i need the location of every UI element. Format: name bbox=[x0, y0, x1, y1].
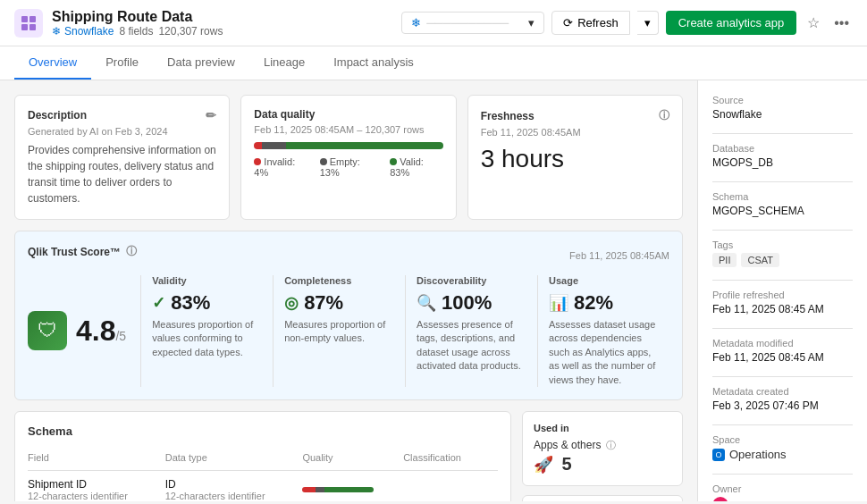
quality-legend: Invalid: 4% Empty: 13% Valid: 83% bbox=[254, 156, 442, 178]
tab-impact-analysis[interactable]: Impact analysis bbox=[319, 46, 428, 80]
trust-score-header: Qlik Trust Score™ ⓘ bbox=[28, 244, 137, 259]
sidebar-owner: Owner AT Alice Tomas bbox=[712, 483, 853, 501]
svg-rect-0 bbox=[21, 16, 28, 22]
trust-score-body: 🛡 4.8/5 Validity ✓ 83% Measures proporti… bbox=[28, 275, 669, 387]
header-right: ❄ ────────── ▾ ⟳ Refresh ▾ Create analyt… bbox=[401, 11, 853, 35]
owner-value: AT Alice Tomas bbox=[712, 497, 853, 501]
tab-profile[interactable]: Profile bbox=[91, 46, 153, 80]
view-activity-card: View activity Last 28 days Visitors 👥 12 bbox=[522, 495, 683, 501]
field-type-cell: ID 12-characters identifier bbox=[165, 470, 303, 501]
quality-bar bbox=[254, 142, 442, 149]
sidebar-space: Space O Operations bbox=[712, 434, 853, 461]
space-value: O Operations bbox=[712, 448, 853, 461]
app-icon bbox=[14, 9, 43, 38]
quality-card-title: Data quality bbox=[254, 108, 442, 121]
metric-usage: Usage 📊 82% Assesses dataset usage acros… bbox=[537, 275, 669, 387]
snowflake-small-icon: ❄ bbox=[411, 16, 421, 29]
create-analytics-button[interactable]: Create analytics app bbox=[666, 11, 797, 35]
trust-score-date: Feb 11, 2025 08:45AM bbox=[569, 250, 669, 261]
trust-score-value: 4.8/5 bbox=[76, 315, 126, 348]
page-subtitle: ❄ Snowflake 8 fields 120,307 rows bbox=[52, 25, 223, 38]
svg-rect-3 bbox=[29, 24, 36, 30]
schema-card: Schema Field Data type Quality Classific… bbox=[14, 411, 511, 501]
app-header: Shipping Route Data ❄ Snowflake 8 fields… bbox=[0, 0, 867, 46]
schema-title: Schema bbox=[28, 424, 498, 438]
shield-icon: 🛡 bbox=[28, 311, 67, 350]
trust-info-icon: ⓘ bbox=[126, 244, 137, 259]
apps-others-row: Apps & others ⓘ bbox=[534, 439, 671, 452]
data-quality-card: Data quality Feb 11, 2025 08:45AM – 120,… bbox=[240, 95, 456, 220]
more-menu-button[interactable]: ••• bbox=[830, 12, 853, 35]
bottom-section: Schema Field Data type Quality Classific… bbox=[14, 411, 683, 501]
description-card-header: Description ✏ bbox=[28, 108, 216, 122]
col-quality: Quality bbox=[302, 449, 403, 471]
trust-score-card: Qlik Trust Score™ ⓘ Feb 11, 2025 08:45AM… bbox=[14, 231, 683, 400]
content-area: Description ✏ Generated by AI on Feb 3, … bbox=[0, 80, 697, 501]
main-content: Description ✏ Generated by AI on Feb 3, … bbox=[0, 80, 867, 501]
refresh-button[interactable]: ⟳ Refresh bbox=[551, 11, 630, 35]
field-name-cell: Shipment ID 12-characters identifier bbox=[28, 470, 165, 501]
legend-valid: Valid: 83% bbox=[390, 156, 442, 178]
schema-table: Field Data type Quality Classification S… bbox=[28, 449, 498, 501]
svg-rect-2 bbox=[21, 24, 28, 30]
bar-invalid bbox=[254, 142, 261, 149]
freshness-card: Freshness ⓘ Feb 11, 2025 08:45AM 3 hours bbox=[467, 95, 683, 220]
tab-data-preview[interactable]: Data preview bbox=[153, 46, 249, 80]
quality-date-range: Feb 11, 2025 08:45AM – 120,307 rows bbox=[254, 124, 442, 135]
discoverability-icon: 🔍 bbox=[417, 293, 436, 313]
freshness-date: Feb 11, 2025 08:45AM bbox=[481, 127, 669, 138]
legend-empty: Empty: 13% bbox=[320, 156, 380, 178]
completeness-icon: ◎ bbox=[284, 293, 299, 313]
space-dot-icon: O bbox=[712, 449, 725, 461]
sidebar-metadata-modified: Metadata modified Feb 11, 2025 08:45 AM bbox=[712, 338, 853, 364]
usage-icon: 📊 bbox=[549, 293, 568, 313]
col-datatype: Data type bbox=[165, 449, 303, 471]
right-cards: Used in Apps & others ⓘ 🚀 5 View activit… bbox=[522, 411, 683, 501]
page-title: Shipping Route Data bbox=[52, 9, 223, 25]
validity-icon: ✓ bbox=[152, 293, 165, 313]
description-generated-label: Generated by AI on Feb 3, 2024 bbox=[28, 126, 216, 137]
sidebar-profile-refreshed: Profile refreshed Feb 11, 2025 08:45 AM bbox=[712, 290, 853, 315]
legend-invalid: Invalid: 4% bbox=[254, 156, 308, 178]
source-badge: ❄ Snowflake bbox=[52, 25, 114, 38]
description-text: Provides comprehensive information on th… bbox=[28, 142, 216, 206]
col-classification: Classification bbox=[403, 449, 498, 471]
metric-discoverability: Discoverability 🔍 100% Assesses presence… bbox=[405, 275, 537, 387]
rocket-icon: 🚀 bbox=[534, 456, 553, 474]
trust-metrics: Validity ✓ 83% Measures proportion of va… bbox=[140, 275, 669, 387]
col-field: Field bbox=[28, 449, 165, 471]
tag-csat[interactable]: CSAT bbox=[741, 253, 779, 267]
tab-lineage[interactable]: Lineage bbox=[249, 46, 319, 80]
sidebar-source: Source Snowflake bbox=[712, 95, 853, 121]
header-left: Shipping Route Data ❄ Snowflake 8 fields… bbox=[14, 9, 223, 38]
sidebar-metadata-created: Metadata created Feb 3, 2025 07:46 PM bbox=[712, 386, 853, 412]
trust-score-big: 🛡 4.8/5 bbox=[28, 275, 126, 387]
info-icon: ⓘ bbox=[659, 108, 669, 123]
title-block: Shipping Route Data ❄ Snowflake 8 fields… bbox=[52, 9, 223, 38]
bar-empty bbox=[262, 142, 286, 149]
tag-list: PII CSAT bbox=[712, 253, 853, 267]
source-selector[interactable]: ❄ ────────── ▾ bbox=[401, 12, 544, 34]
apps-count: 🚀 5 bbox=[534, 454, 671, 475]
sidebar-schema: Schema MGOPS_SCHEMA bbox=[712, 191, 853, 217]
star-button[interactable]: ☆ bbox=[804, 11, 823, 35]
refresh-icon: ⟳ bbox=[563, 16, 573, 29]
tag-pii[interactable]: PII bbox=[712, 253, 737, 267]
source-selector-value: ────────── bbox=[426, 16, 523, 29]
metric-validity: Validity ✓ 83% Measures proportion of va… bbox=[140, 275, 273, 387]
freshness-title: Freshness ⓘ bbox=[481, 108, 669, 123]
description-card: Description ✏ Generated by AI on Feb 3, … bbox=[14, 95, 230, 220]
refresh-split-button[interactable]: ▾ bbox=[637, 11, 659, 35]
edit-icon[interactable]: ✏ bbox=[206, 108, 216, 122]
sidebar-database: Database MGOPS_DB bbox=[712, 143, 853, 169]
quality-bar-container bbox=[254, 142, 442, 149]
used-in-card: Used in Apps & others ⓘ 🚀 5 bbox=[522, 411, 683, 486]
top-cards-row: Description ✏ Generated by AI on Feb 3, … bbox=[14, 95, 683, 220]
field-quality-cell bbox=[302, 470, 403, 501]
tab-overview[interactable]: Overview bbox=[14, 46, 91, 80]
sidebar: Source Snowflake Database MGOPS_DB Schem… bbox=[697, 80, 867, 501]
table-row: Shipment ID 12-characters identifier ID … bbox=[28, 470, 498, 501]
info-icon-apps: ⓘ bbox=[606, 439, 616, 452]
sidebar-tags: Tags PII CSAT bbox=[712, 239, 853, 267]
freshness-value: 3 hours bbox=[481, 145, 669, 173]
